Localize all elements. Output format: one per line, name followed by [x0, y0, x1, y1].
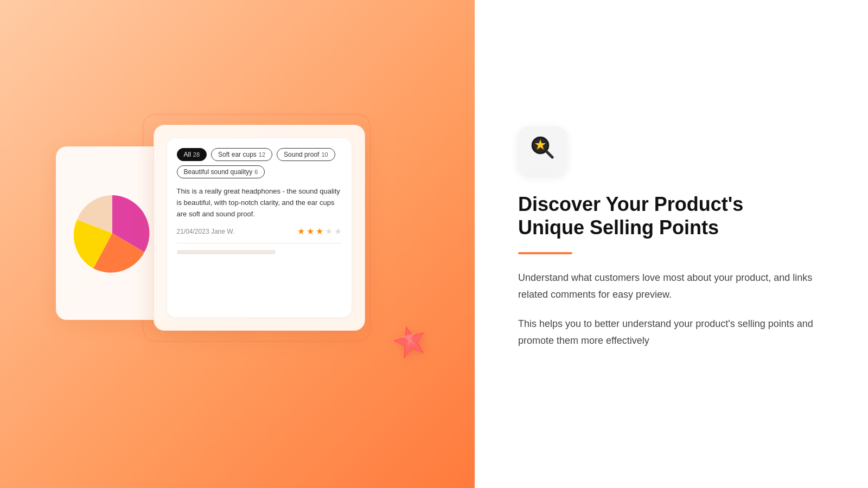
review-meta: 21/04/2023 Jane W. ★ ★ ★ ★ ★	[177, 226, 342, 236]
tag-sp-label: Sound proof	[284, 151, 319, 158]
star-3: ★	[316, 226, 323, 236]
app-icon	[528, 133, 557, 168]
pie-chart	[69, 190, 156, 277]
star-decoration	[387, 318, 436, 373]
cards-scene: Soft ear cups Sound proof Beautiful soun…	[34, 103, 441, 385]
review-card-inner: All 28 Soft ear cups 12 Sound proof 10 B…	[167, 138, 352, 317]
review-card: All 28 Soft ear cups 12 Sound proof 10 B…	[154, 125, 365, 331]
svg-line-8	[546, 151, 552, 157]
review-text: This is a really great headphones - the …	[177, 186, 342, 220]
star-5: ★	[334, 226, 342, 236]
tag-soft-ear-cups[interactable]: Soft ear cups 12	[211, 148, 272, 161]
star-4: ★	[325, 226, 333, 236]
star-1: ★	[297, 226, 305, 236]
review-date: 21/04/2023 Jane W.	[177, 228, 235, 235]
left-panel: Soft ear cups Sound proof Beautiful soun…	[0, 0, 475, 488]
tag-all-label: All	[184, 151, 191, 158]
description-1: Understand what customers love most abou…	[518, 269, 825, 303]
review-preview-bar	[177, 250, 276, 254]
title-line-1: Discover Your Product's	[518, 193, 743, 215]
orange-divider	[518, 252, 572, 254]
title-line-2: Unique Selling Points	[518, 216, 719, 239]
tag-sec-count: 12	[259, 151, 265, 158]
tag-bs-label: Beautiful sound qualityy	[184, 168, 253, 176]
star-2: ★	[307, 226, 314, 236]
tags-row: All 28 Soft ear cups 12 Sound proof 10 B…	[177, 148, 342, 178]
tag-bs-count: 6	[254, 169, 258, 175]
tag-beautiful-sound[interactable]: Beautiful sound qualityy 6	[177, 165, 265, 178]
tag-sec-label: Soft ear cups	[218, 151, 257, 158]
tag-sp-count: 10	[321, 151, 328, 158]
app-icon-container	[518, 126, 567, 175]
tag-all[interactable]: All 28	[177, 148, 207, 161]
tag-all-count: 28	[193, 151, 200, 158]
review-separator	[177, 243, 342, 243]
tag-sound-proof[interactable]: Sound proof 10	[277, 148, 335, 161]
page-title: Discover Your Product's Unique Selling P…	[518, 192, 825, 239]
right-panel: Discover Your Product's Unique Selling P…	[475, 0, 868, 488]
description-2: This helps you to better understand your…	[518, 316, 825, 349]
stars: ★ ★ ★ ★ ★	[297, 226, 342, 236]
